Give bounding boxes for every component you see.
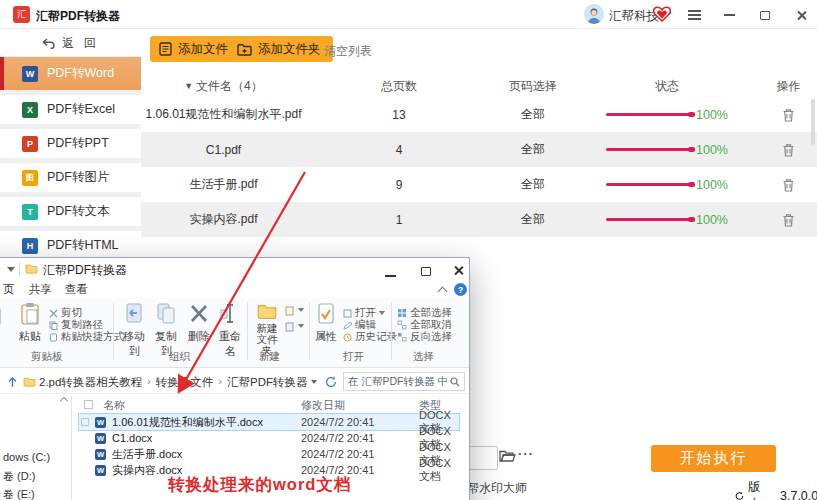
cell-action[interactable] (760, 108, 817, 122)
maximize-button[interactable] (758, 8, 772, 22)
explorer-title: 汇帮PDF转换器 (43, 262, 127, 279)
invert-selection-button[interactable]: 反向选择 (397, 330, 452, 344)
progress-percent: 100% (696, 108, 728, 122)
file-row[interactable]: W 生活手册.docx 2024/7/2 20:41 DOCX 文档 (79, 446, 459, 462)
sidebar-item-label: PDF转PPT (47, 135, 109, 152)
move-to-button[interactable]: 移动到 (119, 302, 149, 359)
divider (309, 302, 310, 360)
quick-access-caret-icon[interactable] (7, 267, 15, 272)
more-options-button[interactable]: ··· (518, 446, 534, 461)
breadcrumb-segment[interactable]: 汇帮PDF转换器 (227, 375, 308, 390)
address-dropdown-icon[interactable] (311, 380, 317, 384)
easy-access-button[interactable] (285, 322, 295, 332)
tab-share[interactable]: 共享 (29, 282, 52, 297)
user-avatar[interactable] (584, 4, 604, 24)
search-placeholder: 在 汇帮PDF转换器 中搜索 (348, 375, 447, 389)
update-refresh-icon[interactable] (735, 490, 744, 500)
delete-button[interactable]: 删除 (185, 302, 213, 344)
sidebar-item-pdf-to-image[interactable]: 图 PDF转图片 (0, 163, 141, 192)
sidebar-item-pdf-to-text[interactable]: T PDF转文本 (0, 197, 141, 226)
html-icon: H (22, 238, 38, 254)
add-folder-button[interactable]: 添加文件夹 (228, 36, 333, 62)
breadcrumb-segment[interactable]: 2.pd转换器相关教程 (39, 375, 142, 390)
select-all-checkbox[interactable] (84, 400, 93, 409)
file-table-header: ▼ 文件名（4） 总页数 页码选择 状态 操作 (141, 75, 817, 97)
ppt-icon: P (22, 136, 38, 152)
cell-range[interactable]: 全部 (492, 106, 574, 123)
file-row[interactable]: W C1.docx 2024/7/2 20:41 DOCX 文档 (79, 430, 459, 446)
explorer-titlebar: 汇帮PDF转换器 (0, 258, 469, 280)
progress-percent: 100% (696, 213, 728, 227)
search-input[interactable]: 在 汇帮PDF转换器 中搜索 (343, 372, 465, 391)
trash-icon[interactable] (782, 178, 795, 192)
help-icon[interactable]: ? (454, 283, 467, 296)
group-select-label: 选择 (413, 350, 434, 364)
rename-button[interactable]: 重命名 (215, 302, 245, 359)
properties-button[interactable]: 属性 (313, 302, 339, 344)
nav-drive-d[interactable]: 卷 (D:) (3, 469, 35, 484)
sidebar-item-label: PDF转文本 (47, 203, 110, 220)
open-folder-icon[interactable] (499, 449, 516, 466)
nav-scroll-up-icon[interactable] (60, 397, 68, 405)
refresh-icon[interactable] (325, 376, 337, 388)
cell-action[interactable] (760, 178, 817, 192)
cell-range[interactable]: 全部 (492, 211, 574, 228)
folder-icon (25, 263, 38, 274)
cell-range[interactable]: 全部 (492, 176, 574, 193)
sidebar-item-pdf-to-excel[interactable]: X PDF转Excel (0, 95, 141, 124)
close-button[interactable] (794, 8, 808, 22)
sidebar-item-pdf-to-ppt[interactable]: P PDF转PPT (0, 129, 141, 158)
clipboard-icon (20, 302, 40, 326)
vip-heart-icon[interactable] (653, 5, 671, 25)
paste-button[interactable]: 粘贴 (15, 302, 45, 344)
cell-status: 100% (574, 108, 760, 122)
list-col-date[interactable]: 修改日期 (301, 398, 345, 413)
table-scrollbar[interactable] (811, 99, 815, 145)
clear-list-button[interactable]: 清空列表 (324, 43, 372, 60)
collapse-ribbon-icon[interactable] (438, 287, 448, 297)
up-arrow-icon[interactable] (7, 376, 18, 388)
pin-icon[interactable] (0, 306, 3, 328)
row-checkbox[interactable] (81, 418, 89, 426)
delete-x-icon (189, 302, 209, 326)
paste-label: 粘贴 (15, 329, 45, 344)
cell-action[interactable] (760, 213, 817, 227)
explorer-address-bar: 2.pd转换器相关教程 › 转换后文件 › 汇帮PDF转换器 在 汇帮PDF转换… (0, 370, 469, 394)
select-all-icon (397, 308, 407, 318)
add-file-button[interactable]: 添加文件 (150, 36, 240, 62)
back-button[interactable]: 返 回 (0, 30, 141, 57)
tab-home-partial[interactable]: 页 (3, 282, 15, 297)
list-col-name[interactable]: 名称 (103, 398, 125, 413)
file-date: 2024/7/2 20:41 (301, 432, 374, 444)
copy-to-icon (155, 302, 177, 326)
menu-icon[interactable] (688, 10, 701, 20)
breadcrumb-segment[interactable]: 转换后文件 (156, 375, 214, 390)
cell-range[interactable]: 全部 (492, 141, 574, 158)
file-table: 1.06.01规范性和编制水平.pdf 13 全部 100% C1.pdf 4 … (141, 97, 817, 237)
trash-icon[interactable] (782, 143, 795, 157)
trash-icon[interactable] (782, 108, 795, 122)
history-button[interactable]: 历史记录 (343, 330, 397, 344)
new-folder-button[interactable]: 新建文件夹 (253, 302, 281, 356)
sidebar-item-pdf-to-html[interactable]: H PDF转HTML (0, 231, 141, 260)
nav-drive-e[interactable]: 卷 (E:) (3, 487, 35, 500)
start-button[interactable]: 开始执行 (651, 445, 776, 472)
file-row[interactable]: W 1.06.01规范性和编制水平.docx 2024/7/2 20:41 DO… (79, 414, 459, 430)
minimize-button[interactable] (722, 8, 736, 22)
excel-icon: X (22, 102, 38, 118)
explorer-close-button[interactable] (451, 263, 465, 277)
col-header-filename[interactable]: ▼ 文件名（4） (141, 78, 306, 95)
explorer-maximize-button[interactable] (419, 264, 433, 278)
progress-percent: 100% (696, 143, 728, 157)
cell-filename: 1.06.01规范性和编制水平.pdf (141, 106, 306, 123)
tab-view[interactable]: 查看 (65, 282, 88, 297)
account-name[interactable]: 汇帮科技 (609, 8, 659, 25)
nav-drive-c[interactable]: dows (C:) (3, 451, 50, 463)
group-new-label: 新建 (259, 350, 280, 364)
trash-icon[interactable] (782, 213, 795, 227)
add-folder-label: 添加文件夹 (258, 41, 321, 58)
cell-action[interactable] (760, 143, 817, 157)
sidebar-item-pdf-to-word[interactable]: W PDF转Word (0, 57, 141, 90)
new-item-button[interactable] (285, 306, 295, 316)
watermark-app-text[interactable]: 帮水印大师 (467, 480, 527, 497)
